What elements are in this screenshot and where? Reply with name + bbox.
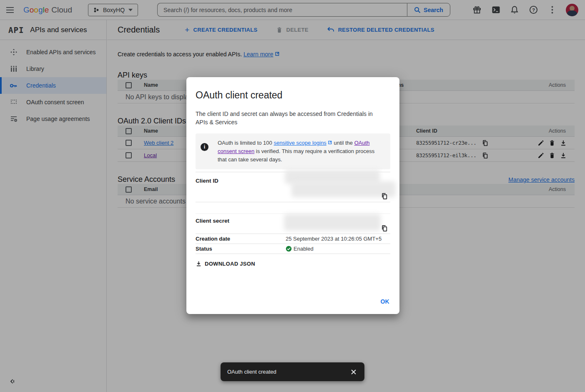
- download-icon: [196, 261, 202, 267]
- client-secret-label: Client secret: [196, 218, 229, 224]
- info-banner-text: OAuth is limited to 100 sensitive scope …: [218, 139, 384, 164]
- copy-icon[interactable]: [381, 224, 388, 232]
- client-id-label: Client ID: [196, 178, 218, 184]
- status-row: Status Enabled: [196, 244, 390, 254]
- redacted-client-id: [291, 181, 396, 197]
- row-spacer: [196, 202, 390, 214]
- sensitive-scope-logins-link[interactable]: sensitive scope logins: [274, 140, 326, 146]
- toast-message: OAuth client created: [227, 369, 276, 375]
- copy-icon[interactable]: [381, 192, 388, 200]
- oauth-client-created-dialog: OAuth client created The client ID and s…: [186, 77, 399, 314]
- ok-button[interactable]: OK: [380, 298, 389, 305]
- creation-date-value: 25 September 2023 at 10:26:05 GMT+5: [286, 236, 382, 242]
- creation-date-label: Creation date: [196, 236, 286, 242]
- client-id-row: Client ID: [196, 172, 390, 202]
- dialog-body-text: The client ID and secret can always be a…: [196, 110, 381, 126]
- creation-date-row: Creation date 25 September 2023 at 10:26…: [196, 234, 390, 244]
- toast-notification: OAuth client created: [221, 362, 364, 381]
- status-value: Enabled: [294, 246, 314, 252]
- status-label: Status: [196, 246, 286, 252]
- download-json-button[interactable]: DOWNLOAD JSON: [191, 258, 259, 270]
- dialog-title: OAuth client created: [196, 90, 390, 101]
- redacted-client-secret: [284, 214, 381, 231]
- check-circle-icon: [286, 246, 292, 252]
- external-link-icon: [328, 139, 332, 147]
- info-icon: i: [201, 143, 208, 151]
- dialog-detail-rows: Client ID Client secret Creation date 25…: [196, 172, 390, 254]
- close-icon[interactable]: [349, 368, 358, 376]
- info-banner: i OAuth is limited to 100 sensitive scop…: [196, 133, 390, 169]
- client-secret-row: Client secret: [196, 214, 390, 234]
